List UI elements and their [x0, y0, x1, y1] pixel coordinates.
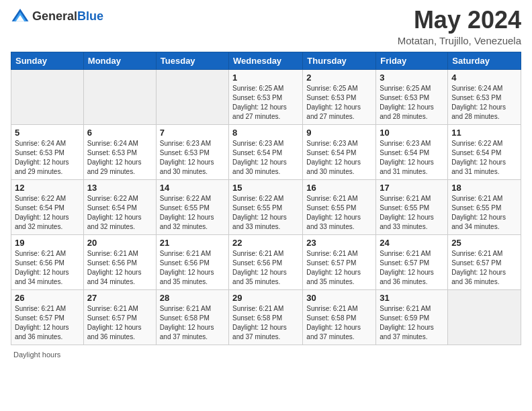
calendar-day-header: Friday [376, 52, 448, 69]
day-info: Sunrise: 6:23 AM Sunset: 6:54 PM Dayligh… [232, 139, 299, 177]
logo: GeneralBlue [11, 7, 103, 26]
day-number: 20 [87, 238, 152, 248]
daylight-hours-label: Daylight hours [13, 351, 60, 359]
day-number: 12 [15, 183, 80, 193]
day-number: 1 [232, 73, 299, 83]
calendar-cell: 17Sunrise: 6:21 AM Sunset: 6:55 PM Dayli… [376, 179, 448, 234]
calendar-week-row: 26Sunrise: 6:21 AM Sunset: 6:57 PM Dayli… [11, 289, 521, 345]
logo-icon [11, 7, 30, 26]
calendar-cell [11, 69, 84, 124]
day-info: Sunrise: 6:21 AM Sunset: 6:56 PM Dayligh… [232, 249, 299, 287]
day-number: 24 [380, 238, 444, 248]
day-info: Sunrise: 6:21 AM Sunset: 6:57 PM Dayligh… [306, 249, 372, 287]
calendar-table: SundayMondayTuesdayWednesdayThursdayFrid… [11, 52, 521, 345]
day-number: 19 [15, 238, 80, 248]
calendar-day-header: Sunday [11, 52, 84, 69]
day-info: Sunrise: 6:24 AM Sunset: 6:53 PM Dayligh… [451, 84, 517, 122]
day-number: 4 [451, 73, 517, 83]
day-info: Sunrise: 6:22 AM Sunset: 6:54 PM Dayligh… [87, 194, 152, 232]
day-number: 9 [306, 128, 372, 138]
day-number: 16 [306, 183, 372, 193]
day-info: Sunrise: 6:22 AM Sunset: 6:55 PM Dayligh… [160, 194, 225, 232]
day-info: Sunrise: 6:25 AM Sunset: 6:53 PM Dayligh… [380, 84, 444, 122]
calendar-cell: 8Sunrise: 6:23 AM Sunset: 6:54 PM Daylig… [229, 124, 303, 179]
day-info: Sunrise: 6:21 AM Sunset: 6:56 PM Dayligh… [15, 249, 80, 287]
day-number: 31 [380, 293, 444, 303]
day-info: Sunrise: 6:21 AM Sunset: 6:57 PM Dayligh… [15, 304, 80, 342]
calendar-cell [83, 69, 156, 124]
day-info: Sunrise: 6:21 AM Sunset: 6:58 PM Dayligh… [306, 304, 372, 342]
calendar-cell: 3Sunrise: 6:25 AM Sunset: 6:53 PM Daylig… [376, 69, 448, 124]
day-number: 15 [232, 183, 299, 193]
calendar-cell: 16Sunrise: 6:21 AM Sunset: 6:55 PM Dayli… [303, 179, 376, 234]
calendar-cell: 29Sunrise: 6:21 AM Sunset: 6:58 PM Dayli… [229, 289, 303, 345]
day-number: 3 [380, 73, 444, 83]
calendar-week-row: 5Sunrise: 6:24 AM Sunset: 6:53 PM Daylig… [11, 124, 521, 179]
day-number: 21 [160, 238, 225, 248]
calendar-cell: 10Sunrise: 6:23 AM Sunset: 6:54 PM Dayli… [376, 124, 448, 179]
calendar-day-header: Tuesday [156, 52, 228, 69]
calendar-cell: 27Sunrise: 6:21 AM Sunset: 6:57 PM Dayli… [83, 289, 156, 345]
calendar-week-row: 1Sunrise: 6:25 AM Sunset: 6:53 PM Daylig… [11, 69, 521, 124]
day-info: Sunrise: 6:23 AM Sunset: 6:53 PM Dayligh… [160, 139, 225, 177]
page: GeneralBlue May 2024 Motatan, Trujillo, … [0, 0, 532, 411]
day-info: Sunrise: 6:21 AM Sunset: 6:56 PM Dayligh… [160, 249, 225, 287]
day-info: Sunrise: 6:23 AM Sunset: 6:54 PM Dayligh… [306, 139, 372, 177]
calendar-cell: 31Sunrise: 6:21 AM Sunset: 6:59 PM Dayli… [376, 289, 448, 345]
header: GeneralBlue May 2024 Motatan, Trujillo, … [11, 7, 521, 46]
day-info: Sunrise: 6:23 AM Sunset: 6:54 PM Dayligh… [380, 139, 444, 177]
calendar-cell: 21Sunrise: 6:21 AM Sunset: 6:56 PM Dayli… [156, 234, 228, 289]
calendar-cell: 23Sunrise: 6:21 AM Sunset: 6:57 PM Dayli… [303, 234, 376, 289]
day-info: Sunrise: 6:21 AM Sunset: 6:57 PM Dayligh… [451, 249, 517, 287]
calendar-cell: 15Sunrise: 6:22 AM Sunset: 6:55 PM Dayli… [229, 179, 303, 234]
calendar-cell: 24Sunrise: 6:21 AM Sunset: 6:57 PM Dayli… [376, 234, 448, 289]
logo-general: General [32, 9, 77, 23]
calendar-cell: 25Sunrise: 6:21 AM Sunset: 6:57 PM Dayli… [448, 234, 521, 289]
day-info: Sunrise: 6:24 AM Sunset: 6:53 PM Dayligh… [15, 139, 80, 177]
month-title: May 2024 [398, 7, 521, 34]
day-info: Sunrise: 6:21 AM Sunset: 6:55 PM Dayligh… [380, 194, 444, 232]
calendar-cell [156, 69, 228, 124]
header-right: May 2024 Motatan, Trujillo, Venezuela [398, 7, 521, 46]
calendar-cell: 7Sunrise: 6:23 AM Sunset: 6:53 PM Daylig… [156, 124, 228, 179]
calendar-cell: 26Sunrise: 6:21 AM Sunset: 6:57 PM Dayli… [11, 289, 84, 345]
calendar-day-header: Monday [83, 52, 156, 69]
footer: Daylight hours [11, 351, 521, 359]
calendar-day-header: Wednesday [229, 52, 303, 69]
day-info: Sunrise: 6:21 AM Sunset: 6:58 PM Dayligh… [160, 304, 225, 342]
day-number: 6 [87, 128, 152, 138]
calendar-cell: 13Sunrise: 6:22 AM Sunset: 6:54 PM Dayli… [83, 179, 156, 234]
day-number: 8 [232, 128, 299, 138]
calendar-cell: 18Sunrise: 6:21 AM Sunset: 6:55 PM Dayli… [448, 179, 521, 234]
day-info: Sunrise: 6:21 AM Sunset: 6:56 PM Dayligh… [87, 249, 152, 287]
day-info: Sunrise: 6:25 AM Sunset: 6:53 PM Dayligh… [306, 84, 372, 122]
calendar-cell: 22Sunrise: 6:21 AM Sunset: 6:56 PM Dayli… [229, 234, 303, 289]
calendar-cell: 4Sunrise: 6:24 AM Sunset: 6:53 PM Daylig… [448, 69, 521, 124]
day-number: 18 [451, 183, 517, 193]
calendar-cell: 2Sunrise: 6:25 AM Sunset: 6:53 PM Daylig… [303, 69, 376, 124]
calendar-cell: 14Sunrise: 6:22 AM Sunset: 6:55 PM Dayli… [156, 179, 228, 234]
calendar-week-row: 12Sunrise: 6:22 AM Sunset: 6:54 PM Dayli… [11, 179, 521, 234]
calendar-cell: 28Sunrise: 6:21 AM Sunset: 6:58 PM Dayli… [156, 289, 228, 345]
day-number: 23 [306, 238, 372, 248]
calendar-cell: 11Sunrise: 6:22 AM Sunset: 6:54 PM Dayli… [448, 124, 521, 179]
day-number: 25 [451, 238, 517, 248]
day-info: Sunrise: 6:24 AM Sunset: 6:53 PM Dayligh… [87, 139, 152, 177]
calendar-cell: 19Sunrise: 6:21 AM Sunset: 6:56 PM Dayli… [11, 234, 84, 289]
day-info: Sunrise: 6:21 AM Sunset: 6:55 PM Dayligh… [451, 194, 517, 232]
calendar-cell: 1Sunrise: 6:25 AM Sunset: 6:53 PM Daylig… [229, 69, 303, 124]
day-info: Sunrise: 6:21 AM Sunset: 6:57 PM Dayligh… [380, 249, 444, 287]
day-number: 5 [15, 128, 80, 138]
day-number: 10 [380, 128, 444, 138]
calendar-cell: 20Sunrise: 6:21 AM Sunset: 6:56 PM Dayli… [83, 234, 156, 289]
day-info: Sunrise: 6:21 AM Sunset: 6:59 PM Dayligh… [380, 304, 444, 342]
calendar-cell: 12Sunrise: 6:22 AM Sunset: 6:54 PM Dayli… [11, 179, 84, 234]
calendar-cell: 5Sunrise: 6:24 AM Sunset: 6:53 PM Daylig… [11, 124, 84, 179]
day-number: 14 [160, 183, 225, 193]
day-info: Sunrise: 6:22 AM Sunset: 6:55 PM Dayligh… [232, 194, 299, 232]
day-number: 27 [87, 293, 152, 303]
calendar-day-header: Thursday [303, 52, 376, 69]
location-title: Motatan, Trujillo, Venezuela [398, 35, 521, 46]
day-number: 2 [306, 73, 372, 83]
day-number: 30 [306, 293, 372, 303]
